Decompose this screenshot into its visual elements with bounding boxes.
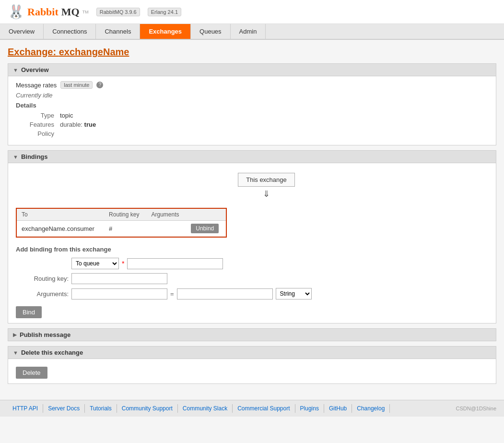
to-form-row: To queue To exchange * — [16, 258, 488, 269]
footer-github[interactable]: GitHub — [324, 404, 352, 413]
footer-tutorials[interactable]: Tutorials — [85, 404, 117, 413]
routing-key-form-row: Routing key: — [16, 273, 488, 284]
main-content: Exchange: exchangeName ▼ Overview Messag… — [0, 40, 504, 400]
logo-rabbit: Rabbit — [27, 6, 59, 18]
publish-expand-arrow: ▶ — [13, 332, 17, 337]
footer: HTTP API Server Docs Tutorials Community… — [0, 400, 504, 417]
arguments-value-input[interactable] — [177, 288, 273, 299]
overview-section-header[interactable]: ▼ Overview — [8, 63, 496, 76]
to-required: * — [122, 260, 124, 267]
message-rates-help-icon[interactable]: ? — [96, 82, 103, 88]
nav-admin[interactable]: Admin — [231, 24, 266, 39]
features-label: Features — [16, 121, 54, 128]
bindings-table: To Routing key Arguments exchangeName.co… — [17, 209, 226, 237]
col-arguments: Arguments — [147, 209, 187, 221]
nav-channels[interactable]: Channels — [96, 24, 140, 39]
footer-plugins[interactable]: Plugins — [295, 404, 324, 413]
arguments-form-row: Arguments: = String Number Boolean — [16, 288, 488, 299]
col-actions — [186, 209, 226, 221]
rabbitmq-version-badge: RabbitMQ 3.9.6 — [96, 8, 140, 16]
message-rates-badge[interactable]: last minute — [60, 81, 93, 89]
delete-section-body: Delete — [8, 359, 496, 384]
table-row: exchangeName.consumer # Unbind — [17, 221, 226, 237]
main-nav: Overview Connections Channels Exchanges … — [0, 24, 504, 40]
erlang-version-badge: Erlang 24.1 — [148, 8, 181, 16]
footer-commercial-support[interactable]: Commercial Support — [233, 404, 295, 413]
message-rates-row: Message rates last minute ? — [16, 81, 488, 89]
footer-watermark: CSDN@1DShine — [456, 406, 496, 411]
binding-arguments — [147, 221, 187, 237]
footer-http-api[interactable]: HTTP API — [8, 404, 43, 413]
page-title: Exchange: exchangeName — [8, 47, 496, 58]
page-title-prefix: Exchange: — [8, 47, 59, 57]
to-select[interactable]: To queue To exchange — [71, 258, 119, 269]
header: 🐰 RabbitMQTM RabbitMQ 3.9.6 Erlang 24.1 — [0, 0, 504, 24]
policy-label: Policy — [16, 130, 54, 137]
bindings-section-label: Bindings — [21, 153, 48, 160]
delete-collapse-arrow: ▼ — [13, 350, 18, 356]
arguments-key-input[interactable] — [71, 288, 167, 299]
delete-section-label: Delete this exchange — [21, 349, 83, 356]
delete-section-header[interactable]: ▼ Delete this exchange — [8, 346, 496, 359]
overview-section-body: Message rates last minute ? Currently id… — [8, 76, 496, 145]
nav-overview[interactable]: Overview — [0, 24, 44, 39]
type-value: topic — [60, 112, 73, 119]
routing-key-input[interactable] — [71, 273, 167, 284]
arguments-type-select[interactable]: String Number Boolean — [276, 288, 312, 299]
delete-button[interactable]: Delete — [16, 367, 47, 379]
bindings-table-wrapper: To Routing key Arguments exchangeName.co… — [16, 208, 227, 238]
binding-to: exchangeName.consumer — [17, 221, 104, 237]
overview-collapse-arrow: ▼ — [13, 67, 18, 73]
add-binding-title: Add binding from this exchange — [16, 246, 488, 253]
binding-routing-key: # — [104, 221, 146, 237]
nav-connections[interactable]: Connections — [44, 24, 96, 39]
footer-server-docs[interactable]: Server Docs — [43, 404, 85, 413]
features-row: Features durable: true — [16, 121, 488, 128]
details-table: Type topic Features durable: true Policy — [16, 112, 488, 137]
arguments-label: Arguments: — [16, 290, 69, 298]
this-exchange-box: This exchange — [238, 173, 295, 187]
currently-idle-text: Currently idle — [16, 92, 488, 99]
logo-tm: TM — [82, 10, 89, 14]
bind-button[interactable]: Bind — [16, 306, 42, 318]
col-routing-key: Routing key — [104, 209, 146, 221]
logo: 🐰 RabbitMQTM — [8, 4, 89, 20]
bindings-down-arrow: ⇓ — [263, 189, 270, 199]
bindings-section-body: This exchange ⇓ To Routing key Arguments… — [8, 163, 496, 323]
footer-changelog[interactable]: Changelog — [352, 404, 390, 413]
footer-community-slack[interactable]: Community Slack — [178, 404, 233, 413]
bindings-section-header[interactable]: ▼ Bindings — [8, 150, 496, 163]
details-heading: Details — [16, 102, 488, 109]
features-key: durable: — [60, 121, 82, 128]
bindings-collapse-arrow: ▼ — [13, 154, 18, 160]
nav-queues[interactable]: Queues — [191, 24, 231, 39]
features-value: durable: true — [60, 121, 96, 128]
message-rates-label: Message rates — [16, 82, 57, 89]
logo-mq: MQ — [61, 6, 80, 18]
to-input[interactable] — [127, 258, 223, 269]
bindings-diagram: This exchange ⇓ — [45, 173, 488, 201]
routing-key-label: Routing key: — [16, 275, 69, 282]
equals-sign: = — [170, 290, 174, 298]
policy-row: Policy — [16, 130, 488, 137]
type-label: Type — [16, 112, 54, 119]
features-val: true — [84, 121, 96, 128]
type-row: Type topic — [16, 112, 488, 119]
unbind-button[interactable]: Unbind — [191, 224, 219, 233]
col-to: To — [17, 209, 104, 221]
exchange-name: exchangeName — [59, 47, 129, 57]
footer-community-support[interactable]: Community Support — [117, 404, 178, 413]
unbind-cell: Unbind — [186, 221, 226, 237]
nav-exchanges[interactable]: Exchanges — [140, 24, 191, 39]
publish-message-label: Publish message — [20, 331, 70, 338]
publish-message-section-header[interactable]: ▶ Publish message — [8, 328, 496, 341]
overview-section-label: Overview — [21, 66, 49, 73]
